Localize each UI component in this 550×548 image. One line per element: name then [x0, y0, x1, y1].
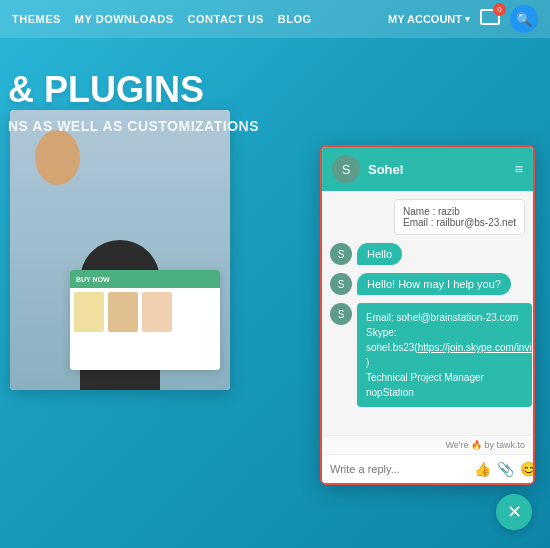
person-head: [35, 130, 80, 185]
chat-footer-brand: We're 🔥 by tawk.to: [322, 435, 533, 454]
visitor-bubble: Hello: [357, 243, 402, 265]
info-skype: Skype: sohel.bs23(https://join.skype.com…: [366, 325, 523, 370]
agent-avatar: S: [332, 155, 360, 183]
chat-message-info-row: S Email: sohel@brainstation-23.com Skype…: [330, 303, 525, 407]
chat-system-message: Name : razib Email : railbur@bs-23.net: [394, 199, 525, 235]
skype-link[interactable]: https://join.skype.com/invite/ialITRLRus…: [418, 342, 533, 353]
screenshot-main: BUY NOW: [10, 110, 230, 390]
agent-bubble: Hello! How may I help you?: [357, 273, 511, 295]
cart-badge: 0: [493, 3, 506, 16]
hero-text: & PLUGINS NS AS WELL AS CUSTOMIZATIONS: [8, 70, 259, 134]
info-title: Technical Project Manager: [366, 370, 523, 385]
chat-header: S Sohel ≡: [322, 147, 533, 191]
product-img-2: [108, 292, 138, 332]
chat-input-area: 👍 📎 😊: [322, 454, 533, 483]
product-img-1: [74, 292, 104, 332]
inner-header: BUY NOW: [70, 270, 220, 288]
agent-avatar-info: S: [330, 303, 352, 325]
nav-link-blog[interactable]: BLOG: [278, 13, 312, 25]
chat-emoji-button[interactable]: 😊: [520, 461, 535, 477]
nav-cart[interactable]: 0: [480, 9, 500, 29]
chat-body: Name : razib Email : railbur@bs-23.net S…: [322, 191, 533, 435]
agent-info-box: Email: sohel@brainstation-23.com Skype: …: [357, 303, 532, 407]
hero-title: & PLUGINS: [8, 70, 259, 110]
info-email: Email: sohel@brainstation-23.com: [366, 310, 523, 325]
nav-link-downloads[interactable]: MY DOWNLOADS: [75, 13, 174, 25]
inner-body: [70, 288, 220, 336]
chat-message-help: S Hello! How may I help you?: [330, 273, 525, 295]
chat-message-hello: S Hello: [330, 243, 525, 265]
chat-like-button[interactable]: 👍: [474, 461, 491, 477]
navbar: THEMES MY DOWNLOADS CONTACT US BLOG MY A…: [0, 0, 550, 38]
chat-menu-icon[interactable]: ≡: [515, 161, 523, 177]
chat-actions: 👍 📎 😊: [474, 461, 535, 477]
chat-attach-button[interactable]: 📎: [497, 461, 514, 477]
search-icon: 🔍: [516, 12, 532, 27]
system-email-line: Email : railbur@bs-23.net: [403, 217, 516, 228]
search-button[interactable]: 🔍: [510, 5, 538, 33]
chat-widget: S Sohel ≡ Name : razib Email : railbur@b…: [320, 145, 535, 485]
hero-subtitle: NS AS WELL AS CUSTOMIZATIONS: [8, 118, 259, 134]
chat-close-button[interactable]: ✕: [496, 494, 532, 530]
system-name-line: Name : razib: [403, 206, 516, 217]
nav-right: MY ACCOUNT 0 🔍: [388, 5, 538, 33]
close-icon: ✕: [507, 501, 522, 523]
brand-text: We're 🔥 by tawk.to: [445, 440, 525, 450]
inner-header-text: BUY NOW: [76, 276, 110, 283]
nav-link-themes[interactable]: THEMES: [12, 13, 61, 25]
agent-avatar-msg: S: [330, 273, 352, 295]
avatar-initial: S: [342, 162, 351, 177]
screenshot-inner: BUY NOW: [70, 270, 220, 370]
nav-link-contact[interactable]: CONTACT US: [188, 13, 264, 25]
visitor-avatar: S: [330, 243, 352, 265]
nav-links: THEMES MY DOWNLOADS CONTACT US BLOG: [12, 13, 388, 25]
info-company: nopStation: [366, 385, 523, 400]
agent-name: Sohel: [368, 162, 507, 177]
nav-account[interactable]: MY ACCOUNT: [388, 13, 470, 25]
chat-reply-input[interactable]: [330, 463, 468, 475]
product-img-3: [142, 292, 172, 332]
